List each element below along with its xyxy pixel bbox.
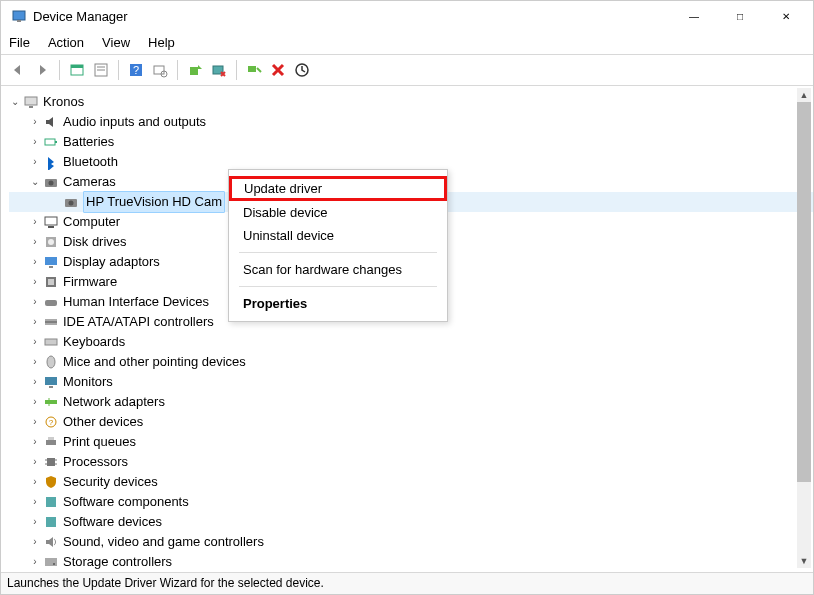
svg-rect-15 <box>25 97 37 105</box>
menubar: File Action View Help <box>1 31 813 55</box>
svg-rect-43 <box>48 437 54 440</box>
tree-item[interactable]: ›?Other devices <box>9 412 813 432</box>
show-hidden-button[interactable] <box>66 59 88 81</box>
svg-rect-30 <box>48 279 54 285</box>
expand-icon[interactable]: ⌄ <box>29 172 41 192</box>
scroll-thumb[interactable] <box>797 102 811 482</box>
svg-text:?: ? <box>133 64 139 76</box>
svg-rect-31 <box>45 300 57 306</box>
tree-item[interactable]: ›Keyboards <box>9 332 813 352</box>
tree-item[interactable]: ›Print queues <box>9 432 813 452</box>
expand-icon[interactable]: › <box>29 212 41 232</box>
svg-rect-51 <box>45 558 57 566</box>
maximize-button[interactable]: □ <box>717 1 763 31</box>
scan-button[interactable] <box>149 59 171 81</box>
device-tree-container: ⌄Kronos›Audio inputs and outputs›Batteri… <box>1 86 813 571</box>
expand-icon[interactable]: › <box>29 392 41 412</box>
scroll-up-icon[interactable]: ▲ <box>797 88 811 102</box>
expand-icon[interactable]: › <box>29 552 41 571</box>
expand-icon[interactable]: › <box>29 412 41 432</box>
help-button[interactable]: ? <box>125 59 147 81</box>
tree-item[interactable]: ›Security devices <box>9 472 813 492</box>
svg-rect-18 <box>55 141 57 143</box>
menu-action[interactable]: Action <box>48 35 84 50</box>
scrollbar[interactable]: ▲ ▼ <box>797 88 811 568</box>
titlebar: Device Manager — □ ✕ <box>1 1 813 31</box>
svg-rect-36 <box>45 377 57 385</box>
status-bar: Launches the Update Driver Wizard for th… <box>1 572 813 594</box>
svg-point-20 <box>49 181 54 186</box>
menu-item[interactable]: Update driver <box>229 176 447 201</box>
tree-item[interactable]: ›Batteries <box>9 132 813 152</box>
device-tree[interactable]: ⌄Kronos›Audio inputs and outputs›Batteri… <box>1 86 813 571</box>
expand-icon[interactable]: › <box>29 512 41 532</box>
expand-icon[interactable]: › <box>29 112 41 132</box>
scroll-down-icon[interactable]: ▼ <box>797 554 811 568</box>
expand-icon[interactable]: › <box>29 492 41 512</box>
menu-item[interactable]: Uninstall device <box>229 224 447 247</box>
expand-icon[interactable]: › <box>29 352 41 372</box>
svg-rect-34 <box>45 339 57 345</box>
expand-icon[interactable]: › <box>29 372 41 392</box>
expand-icon[interactable]: › <box>29 532 41 552</box>
svg-rect-50 <box>46 517 56 527</box>
tree-item[interactable]: ›Audio inputs and outputs <box>9 112 813 132</box>
tree-item[interactable]: ›Network adapters <box>9 392 813 412</box>
expand-icon[interactable]: › <box>29 132 41 152</box>
toolbar: ? <box>1 55 813 86</box>
svg-point-26 <box>48 239 54 245</box>
svg-rect-28 <box>49 266 53 268</box>
expand-icon[interactable]: › <box>29 332 41 352</box>
menu-help[interactable]: Help <box>148 35 175 50</box>
tree-item[interactable]: ›Software components <box>9 492 813 512</box>
expand-icon[interactable]: › <box>29 252 41 272</box>
svg-point-35 <box>47 356 55 368</box>
minimize-button[interactable]: — <box>671 1 717 31</box>
menu-item[interactable]: Disable device <box>229 201 447 224</box>
disable-button[interactable] <box>208 59 230 81</box>
menu-file[interactable]: File <box>9 35 30 50</box>
svg-text:?: ? <box>49 418 54 427</box>
forward-button[interactable] <box>31 59 53 81</box>
expand-icon[interactable]: › <box>29 312 41 332</box>
expand-icon[interactable]: › <box>29 432 41 452</box>
tree-root[interactable]: ⌄Kronos <box>9 92 813 112</box>
svg-rect-9 <box>154 66 164 74</box>
tree-item[interactable]: ›Monitors <box>9 372 813 392</box>
menu-separator <box>239 252 437 253</box>
refresh-button[interactable] <box>291 59 313 81</box>
tree-item[interactable]: ›Mice and other pointing devices <box>9 352 813 372</box>
back-button[interactable] <box>7 59 29 81</box>
update-driver-button[interactable] <box>184 59 206 81</box>
svg-rect-11 <box>190 67 198 75</box>
context-menu: Update driverDisable deviceUninstall dev… <box>228 169 448 322</box>
collapse-icon[interactable]: ⌄ <box>9 92 21 112</box>
tree-item[interactable]: ›Storage controllers <box>9 552 813 571</box>
tree-item[interactable]: ›Software devices <box>9 512 813 532</box>
svg-rect-3 <box>71 65 83 68</box>
expand-icon[interactable]: › <box>29 292 41 312</box>
enable-button[interactable] <box>243 59 265 81</box>
svg-rect-42 <box>46 440 56 445</box>
menu-view[interactable]: View <box>102 35 130 50</box>
menu-item[interactable]: Scan for hardware changes <box>229 258 447 281</box>
expand-icon[interactable]: › <box>29 232 41 252</box>
menu-separator <box>239 286 437 287</box>
close-button[interactable]: ✕ <box>763 1 809 31</box>
svg-rect-49 <box>46 497 56 507</box>
svg-rect-13 <box>248 66 256 72</box>
tree-item[interactable]: ›Sound, video and game controllers <box>9 532 813 552</box>
menu-item[interactable]: Properties <box>229 292 447 315</box>
svg-rect-16 <box>29 106 33 108</box>
svg-rect-38 <box>45 400 57 404</box>
svg-rect-0 <box>13 11 25 20</box>
tree-item[interactable]: ›Processors <box>9 452 813 472</box>
uninstall-button[interactable] <box>267 59 289 81</box>
svg-rect-17 <box>45 139 55 145</box>
expand-icon[interactable]: › <box>29 472 41 492</box>
expand-icon[interactable]: › <box>29 272 41 292</box>
properties-button[interactable] <box>90 59 112 81</box>
svg-rect-37 <box>49 386 53 388</box>
expand-icon[interactable]: › <box>29 152 41 172</box>
expand-icon[interactable]: › <box>29 452 41 472</box>
